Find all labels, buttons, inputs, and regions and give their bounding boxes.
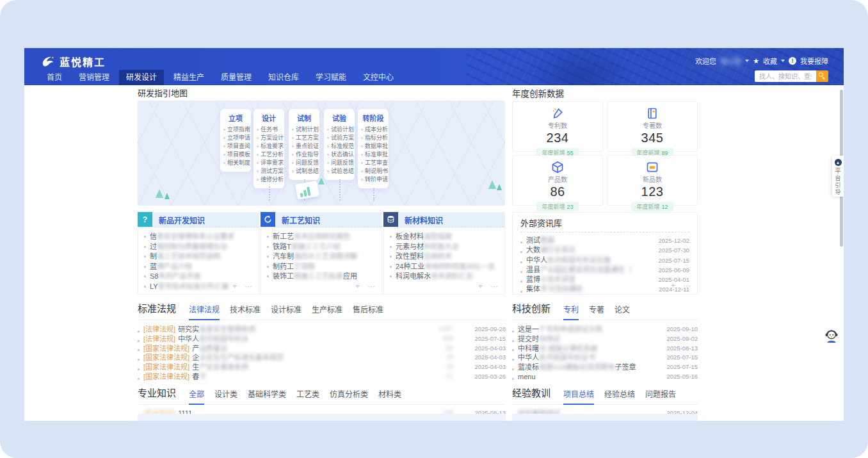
knowledge-item[interactable]: 元素与材料性能大全 — [390, 242, 498, 252]
map-item-link[interactable]: 立项指南 — [222, 126, 249, 134]
knowledge-item[interactable]: 信息安全管理体系认证要求 — [144, 232, 252, 242]
map-item-link[interactable]: 项目查阅 — [222, 142, 249, 151]
map-item-link[interactable]: 问题反馈 — [291, 159, 317, 167]
tech-row[interactable]: 提交时间测试2025-09-02 — [512, 334, 698, 344]
knowledge-item[interactable]: 制造工艺技术规范说明 — [144, 252, 252, 262]
map-item-link[interactable]: 标准要求 — [255, 142, 282, 151]
map-item-link[interactable]: 立项申请 — [222, 134, 249, 142]
nav-item-7[interactable]: 文控中心 — [356, 70, 401, 85]
tab-售后标准[interactable]: 售后标准 — [353, 304, 383, 315]
external-item[interactable]: 大数据行业资讯2025-07-30 — [520, 245, 689, 255]
nav-item-0[interactable]: 首页 — [40, 70, 69, 85]
tech-row[interactable]: 中华人民共和国专利证书2025-07-15 — [512, 353, 698, 363]
knowledge-item[interactable]: 制药工艺流程 — [267, 262, 375, 272]
stat-card-产品数[interactable]: 产品数86年度新增23 — [512, 155, 603, 206]
map-item-link[interactable]: 试验方案 — [326, 134, 353, 142]
map-item-link[interactable]: 数据审批 — [360, 142, 387, 151]
user-name[interactable]: 张小悦 — [720, 56, 741, 66]
standards-row[interactable]: [法律法规]研究实验室安全管理条例10872025-09-28 — [138, 325, 506, 334]
tech-row[interactable]: 中科曙光·超级计算机系统2025-08-13 — [512, 344, 698, 354]
knowledge-item[interactable]: 过程控制与质量管理办法 — [144, 242, 252, 252]
map-item-link[interactable]: 相关制度 — [222, 159, 249, 167]
tech-row[interactable]: menu2025-05-16 — [512, 372, 698, 382]
tab-材料类[interactable]: 材料类 — [378, 388, 401, 399]
map-item-link[interactable]: 重点验证 — [291, 142, 317, 151]
nav-item-1[interactable]: 营销管理 — [72, 70, 117, 85]
external-item[interactable]: 中华人民共和国专利法实施2025-07-15 — [520, 256, 689, 265]
more-button[interactable]: ··· — [490, 282, 498, 291]
standards-row[interactable]: [国家法律法规]产品质量法562025-04-03 — [138, 344, 506, 354]
stat-card-专著数[interactable]: 专著数345年度新增89 — [607, 101, 698, 152]
search-input[interactable] — [755, 70, 816, 82]
nav-item-3[interactable]: 精益生产 — [166, 70, 211, 85]
tab-专利[interactable]: 专利 — [563, 304, 579, 315]
map-item-link[interactable]: 作业指导 — [291, 151, 317, 159]
tab-全部[interactable]: 全部 — [189, 388, 204, 399]
knowledge-item[interactable]: 24种工业常用材料性能对比一览 — [390, 262, 498, 272]
chevron-down-icon[interactable] — [745, 60, 749, 62]
external-item[interactable]: 温县产业园区建设项目进展通告（2025-06-09 — [520, 265, 689, 275]
standards-row[interactable]: [法律法规]中华人民共和国专利法4682025-07-15 — [138, 334, 506, 344]
nav-item-5[interactable]: 知识仓库 — [261, 70, 306, 85]
add-button[interactable]: + — [355, 282, 360, 291]
knowledge-item[interactable]: 新工艺技术应用研究报告 — [267, 232, 375, 242]
standards-row[interactable]: [国家法律法规]生产安全事故条例392025-04-03 — [138, 363, 506, 372]
map-item-link[interactable]: 成本分析 — [360, 126, 387, 134]
map-item-link[interactable]: 试验总结 — [326, 167, 353, 176]
knowledge-item[interactable]: 装饰工程施工工艺标准应用 — [267, 272, 375, 282]
nav-item-4[interactable]: 质量管理 — [214, 70, 259, 85]
stat-card-专利数[interactable]: 专利数234年度新增55 — [512, 101, 603, 152]
knowledge-item[interactable]: 蓝牌产品介绍 — [144, 262, 252, 272]
external-item[interactable]: 集体学习活动通知2024-12-11 — [520, 284, 689, 294]
knowledge-item[interactable]: 铁路T梁施工工艺介绍 — [267, 242, 375, 252]
map-item-link[interactable]: 试验计划 — [326, 126, 353, 134]
tab-项目总结[interactable]: 项目总结 — [563, 388, 594, 399]
map-item-link[interactable]: 评审要求 — [255, 159, 282, 167]
platform-guide-tab[interactable]: 平台引导 — [832, 156, 844, 197]
map-item-link[interactable]: 试制总结 — [291, 167, 317, 176]
search-button[interactable] — [816, 70, 828, 82]
map-item-link[interactable]: 维修分析 — [255, 176, 282, 184]
more-button[interactable]: ··· — [245, 282, 252, 291]
standards-row[interactable]: [国家法律法规]春节212025-03-26 — [138, 372, 506, 382]
map-item-link[interactable]: 状态确认 — [326, 151, 353, 159]
tab-经验总结[interactable]: 经验总结 — [604, 388, 635, 399]
knowledge-item[interactable]: 科润电解水技术资料汇总 — [390, 272, 498, 282]
add-button[interactable]: + — [232, 282, 237, 291]
tab-设计标准[interactable]: 设计标准 — [271, 304, 301, 315]
add-button[interactable]: + — [478, 282, 483, 291]
knowledge-item[interactable]: S8系列产品手册 — [144, 272, 252, 282]
map-item-link[interactable]: 转阶申请 — [360, 176, 387, 184]
map-item-link[interactable]: 工艺方案 — [291, 134, 317, 142]
standards-row[interactable]: [国家法律法规]企业安全生产标准化基本规范432025-04-03 — [138, 353, 506, 363]
tech-row[interactable]: 这是一个专利申请测试文档2025-09-10 — [512, 325, 698, 334]
tab-仿真分析类[interactable]: 仿真分析类 — [330, 388, 368, 399]
knowledge-item[interactable]: 汽车制造四大工艺流程详解 — [267, 252, 375, 262]
stat-card-新品数[interactable]: 新品数123年度新增12 — [607, 155, 698, 206]
map-item-link[interactable]: 试制计划 — [291, 126, 317, 134]
tab-基础科学类[interactable]: 基础科学类 — [248, 388, 286, 399]
chevron-down-icon[interactable] — [781, 60, 785, 62]
map-item-link[interactable]: 项目模板 — [222, 151, 249, 159]
map-item-link[interactable]: 工艺分析 — [255, 151, 282, 159]
map-item-link[interactable]: 任务书 — [255, 126, 282, 134]
assistant-robot-button[interactable] — [823, 329, 840, 344]
tab-设计类[interactable]: 设计类 — [214, 388, 237, 399]
nav-item-2[interactable]: 研发设计 — [119, 70, 164, 85]
tab-生产标准[interactable]: 生产标准 — [312, 304, 342, 315]
report-issue-link[interactable]: 我要报障 — [800, 56, 828, 66]
tech-row[interactable]: 蓝凌标准版V16模板在线流程电子签章2025-07-15 — [512, 363, 698, 372]
map-item-link[interactable]: 标准规范 — [326, 142, 353, 151]
more-button[interactable]: ··· — [367, 282, 375, 291]
more-button[interactable]: ··· — [683, 281, 691, 290]
map-item-link[interactable]: 测试方案 — [255, 167, 282, 176]
knowledge-item[interactable]: 板金材料选型指南 — [390, 232, 498, 242]
tab-问题报告[interactable]: 问题报告 — [645, 388, 676, 399]
tab-论文[interactable]: 论文 — [615, 304, 630, 315]
map-item-link[interactable]: 指标分析 — [360, 134, 387, 142]
knowledge-item[interactable]: 改性塑料应用技术 — [390, 252, 498, 262]
favorites-link[interactable]: 收藏 — [763, 56, 777, 66]
map-item-link[interactable]: 工艺审查 — [360, 159, 387, 167]
map-item-link[interactable]: 制说明书 — [360, 167, 387, 176]
map-item-link[interactable]: 问题反馈 — [326, 159, 353, 167]
